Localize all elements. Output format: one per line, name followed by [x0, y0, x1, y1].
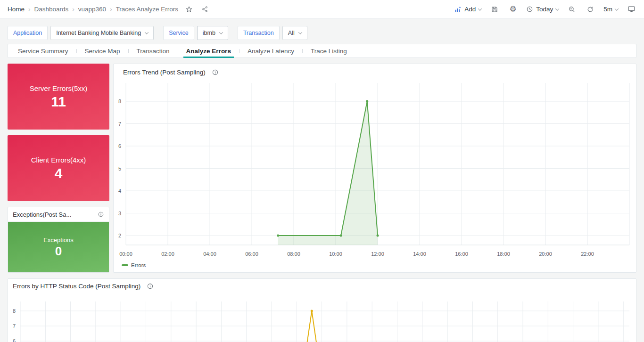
svg-text:20:00: 20:00 — [539, 251, 552, 257]
filter-service-group: Service ibmb — [163, 26, 228, 40]
svg-text:12:00: 12:00 — [371, 251, 384, 257]
star-icon[interactable] — [184, 4, 194, 15]
exceptions-stat-value: 0 — [55, 244, 62, 258]
svg-text:18:00: 18:00 — [497, 251, 510, 257]
app-root: Home Dashboards vuapp360 Traces Analyze … — [0, 0, 644, 342]
chevron-down-icon — [145, 30, 149, 34]
exceptions-stat: Exceptions 0 — [8, 222, 109, 272]
chevron-down-icon — [478, 7, 482, 10]
top-nav-bar: Home Dashboards vuapp360 Traces Analyze … — [0, 0, 644, 19]
filter-application-label[interactable]: Application — [8, 26, 48, 40]
svg-text:02:00: 02:00 — [161, 251, 174, 257]
add-button[interactable]: Add — [454, 6, 481, 13]
errors-trend-panel-title: Errors Trend (Post Sampling) — [123, 69, 206, 76]
chevron-down-icon — [555, 7, 559, 10]
filter-transaction-value-dropdown[interactable]: All — [282, 26, 307, 40]
breadcrumb-area: Home Dashboards vuapp360 Traces Analyze … — [8, 4, 210, 15]
stat-column: Server Errors(5xx) 11 Client Errors(4xx)… — [8, 64, 109, 273]
filter-transaction-value: All — [288, 30, 295, 36]
share-icon[interactable] — [200, 4, 210, 15]
filter-service-value: ibmb — [203, 30, 215, 36]
server-errors-5xx-panel: Server Errors(5xx) 11 — [8, 64, 109, 130]
legend-label-errors: Errors — [131, 262, 146, 268]
breadcrumb-folder[interactable]: vuapp360 — [68, 6, 106, 13]
add-button-label: Add — [464, 6, 476, 13]
tab-transaction[interactable]: Transaction — [129, 44, 178, 57]
filter-application-group: Application Internet Banking Mobile Bank… — [8, 26, 154, 40]
info-icon[interactable] — [98, 211, 104, 218]
errors-by-http-status-header: Errors by HTTP Status Code (Post Samplin… — [13, 283, 154, 290]
kiosk-monitor-icon[interactable] — [626, 4, 636, 15]
chevron-down-icon — [298, 30, 302, 34]
svg-text:2: 2 — [118, 233, 121, 238]
errors-by-http-status-panel: Errors by HTTP Status Code (Post Samplin… — [8, 278, 636, 342]
header-toolbar: Add ⚙ Today — [454, 4, 636, 15]
svg-text:4: 4 — [118, 188, 121, 194]
dashboard-variable-filters: Application Internet Banking Mobile Bank… — [8, 26, 636, 40]
client-errors-title: Client Errors(4xx) — [31, 156, 86, 164]
svg-text:08:00: 08:00 — [287, 251, 300, 257]
svg-text:8: 8 — [13, 308, 16, 314]
filter-application-value: Internet Banking Mobile Banking — [56, 30, 141, 36]
server-errors-title: Server Errors(5xx) — [30, 84, 88, 92]
breadcrumb-dashboards[interactable]: Dashboards — [25, 6, 68, 13]
svg-text:14:00: 14:00 — [413, 251, 426, 257]
filter-transaction-group: Transaction All — [238, 26, 307, 40]
svg-text:7: 7 — [13, 323, 16, 329]
errors-trend-panel: Errors Trend (Post Sampling) 234567800:0… — [113, 64, 636, 273]
svg-text:04:00: 04:00 — [203, 251, 216, 257]
errors-by-http-status-title: Errors by HTTP Status Code (Post Samplin… — [13, 283, 140, 290]
svg-text:7: 7 — [118, 121, 121, 127]
save-dashboard-icon[interactable] — [489, 4, 500, 15]
server-errors-value: 11 — [51, 94, 66, 109]
breadcrumb-home[interactable]: Home — [8, 6, 25, 13]
zoom-out-icon[interactable] — [567, 4, 577, 15]
svg-text:6: 6 — [118, 143, 121, 149]
settings-gear-icon[interactable]: ⚙ — [508, 4, 518, 15]
errors-trend-panel-header: Errors Trend (Post Sampling) — [123, 69, 219, 76]
refresh-interval-dropdown[interactable]: 5m — [603, 6, 618, 13]
svg-text:06:00: 06:00 — [245, 251, 258, 257]
tab-service-summary[interactable]: Service Summary — [10, 44, 76, 57]
svg-text:3: 3 — [118, 211, 121, 216]
exceptions-stat-label: Exceptions — [43, 236, 74, 244]
svg-text:5: 5 — [118, 166, 121, 171]
tab-analyze-errors[interactable]: Analyze Errors — [178, 44, 239, 57]
breadcrumb: Home Dashboards vuapp360 Traces Analyze … — [8, 6, 178, 13]
dashboard-content: Server Errors(5xx) 11 Client Errors(4xx)… — [8, 64, 636, 273]
filter-service-value-dropdown[interactable]: ibmb — [197, 26, 228, 40]
dashboard-tab-bar: Service Summary Service Map Transaction … — [8, 44, 636, 58]
client-errors-value: 4 — [55, 165, 63, 181]
tab-trace-listing[interactable]: Trace Listing — [303, 44, 355, 57]
clock-icon — [526, 6, 533, 13]
exceptions-panel: Exceptions(Post Sa... Exceptions 0 — [8, 207, 109, 273]
svg-text:22:00: 22:00 — [581, 251, 594, 257]
chevron-down-icon — [615, 7, 619, 10]
time-range-label: Today — [536, 6, 553, 13]
errors-trend-legend[interactable]: Errors — [122, 262, 146, 268]
exceptions-panel-title: Exceptions(Post Sa... — [13, 211, 71, 218]
refresh-interval-label: 5m — [603, 6, 612, 13]
exceptions-panel-header: Exceptions(Post Sa... — [8, 207, 109, 222]
time-range-picker[interactable]: Today — [526, 6, 559, 13]
chevron-down-icon — [219, 30, 223, 34]
legend-swatch-errors — [122, 264, 128, 266]
tab-analyze-latency[interactable]: Analyze Latency — [239, 44, 302, 57]
svg-text:8: 8 — [118, 98, 121, 104]
svg-text:00:00: 00:00 — [119, 251, 132, 257]
filter-application-value-dropdown[interactable]: Internet Banking Mobile Banking — [50, 26, 154, 40]
svg-text:16:00: 16:00 — [455, 251, 468, 257]
info-icon[interactable] — [147, 283, 154, 290]
add-panel-icon — [454, 6, 462, 13]
refresh-icon[interactable] — [585, 4, 595, 15]
svg-text:10:00: 10:00 — [329, 251, 342, 257]
filter-transaction-label[interactable]: Transaction — [238, 26, 280, 40]
info-icon[interactable] — [212, 69, 219, 76]
tab-service-map[interactable]: Service Map — [77, 44, 128, 57]
errors-trend-chart[interactable]: 234567800:0002:0004:0006:0008:0010:0012:… — [114, 64, 636, 273]
filter-service-label[interactable]: Service — [163, 26, 194, 40]
svg-text:6: 6 — [13, 338, 16, 342]
client-errors-4xx-panel: Client Errors(4xx) 4 — [8, 135, 109, 201]
breadcrumb-current-dashboard[interactable]: Traces Analyze Errors — [106, 6, 178, 13]
